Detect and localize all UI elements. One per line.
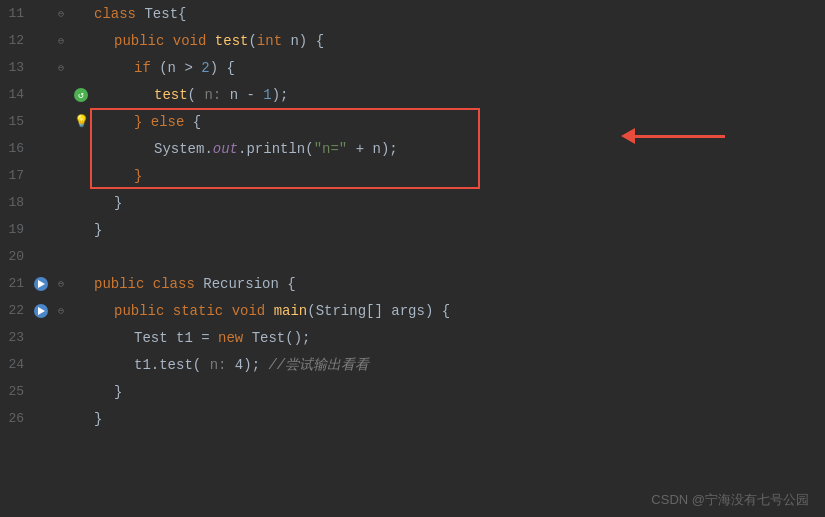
code-content: public class Recursion { [90,276,825,292]
token-kw: } [134,168,142,184]
token-plain: 4); [226,357,268,373]
token-plain: + n); [356,141,398,157]
token-plain: [] args) { [366,303,450,319]
line-number: 22 [0,303,32,318]
token-method: test [154,87,188,103]
gutter: ⊖ [50,35,72,47]
code-line: 17} [0,162,825,189]
code-content: } [90,168,825,184]
token-plain: (n > [159,60,201,76]
code-line: 19} [0,216,825,243]
gutter: ⊖ [50,305,72,317]
fold-indicator[interactable]: ⊖ [58,305,64,317]
code-line: 26} [0,405,825,432]
fold-indicator[interactable]: ⊖ [58,278,64,290]
code-line: 14test( n: n - 1); [0,81,825,108]
code-line: 25} [0,378,825,405]
token-class-name: Test [134,330,168,346]
token-plain: ) { [299,33,324,49]
line-number: 23 [0,330,32,345]
line-number: 18 [0,195,32,210]
code-content: if (n > 2) { [90,60,825,76]
token-brace: { [178,6,186,22]
code-content: test( n: n - 1); [90,87,825,103]
code-content: class Test{ [90,6,825,22]
line-number: 21 [0,276,32,291]
fold-indicator[interactable]: ⊖ [58,62,64,74]
play-triangle [38,280,45,288]
token-kw: class [153,276,203,292]
line-number: 12 [0,33,32,48]
play-icon[interactable] [34,304,48,318]
token-kw: else [151,114,193,130]
line-number: 11 [0,6,32,21]
fold-indicator[interactable]: ⊖ [58,35,64,47]
breakpoint-area [72,88,90,102]
code-line: 20 [0,243,825,270]
token-plain: (); [285,330,310,346]
code-line: 22⊖public static void main(String[] args… [0,297,825,324]
token-paren: ( [248,33,256,49]
token-kw: } [134,114,151,130]
token-hint: n: [204,87,221,103]
line-number: 20 [0,249,32,264]
token-brace: { [193,114,201,130]
token-plain: } [114,384,122,400]
token-plain: n - [221,87,263,103]
debug-area [32,304,50,318]
token-class-name: Recursion [203,276,279,292]
line-number: 16 [0,141,32,156]
breakpoint-area: 💡 [72,114,90,129]
lines-container: 11⊖class Test{12⊖public void test(int n)… [0,0,825,432]
debug-resume-icon[interactable] [74,88,88,102]
token-out-field: out [213,141,238,157]
token-kw: void [173,33,215,49]
code-line: 23Test t1 = new Test(); [0,324,825,351]
token-method: test [215,33,249,49]
code-line: 24t1.test( n: 4); //尝试输出看看 [0,351,825,378]
token-param: n [290,33,298,49]
code-content: } [90,195,825,211]
token-number: 2 [201,60,209,76]
token-plain: } [94,222,102,238]
code-content: Test t1 = new Test(); [90,330,825,346]
token-plain: ); [272,87,289,103]
line-number: 19 [0,222,32,237]
line-number: 14 [0,87,32,102]
token-plain: ( [188,87,205,103]
token-hint: n: [210,357,227,373]
code-editor: 11⊖class Test{12⊖public void test(int n)… [0,0,825,517]
token-class-name: Test [144,6,178,22]
code-content: public void test(int n) { [90,33,825,49]
code-line: 21⊖public class Recursion { [0,270,825,297]
token-kw: int [257,33,291,49]
line-number: 15 [0,114,32,129]
code-content: } [90,411,825,427]
lightbulb-icon[interactable]: 💡 [74,114,89,129]
token-kw: public [114,303,173,319]
token-kw: void [232,303,274,319]
token-kw: public [114,33,173,49]
red-arrow [621,128,725,144]
token-plain: t1 = [168,330,218,346]
line-number: 26 [0,411,32,426]
line-number: 24 [0,357,32,372]
play-triangle [38,307,45,315]
line-number: 25 [0,384,32,399]
token-plain: { [279,276,296,292]
token-kw: if [134,60,159,76]
gutter: ⊖ [50,8,72,20]
code-line: 13⊖if (n > 2) { [0,54,825,81]
fold-indicator[interactable]: ⊖ [58,8,64,20]
play-icon[interactable] [34,277,48,291]
gutter: ⊖ [50,62,72,74]
token-plain: System. [154,141,213,157]
token-number: 1 [263,87,271,103]
token-plain: } [94,411,102,427]
arrow-line [635,135,725,138]
line-number: 17 [0,168,32,183]
token-kw: class [94,6,144,22]
code-line: 12⊖public void test(int n) { [0,27,825,54]
token-comment: //尝试输出看看 [268,356,369,374]
token-paren: ( [307,303,315,319]
